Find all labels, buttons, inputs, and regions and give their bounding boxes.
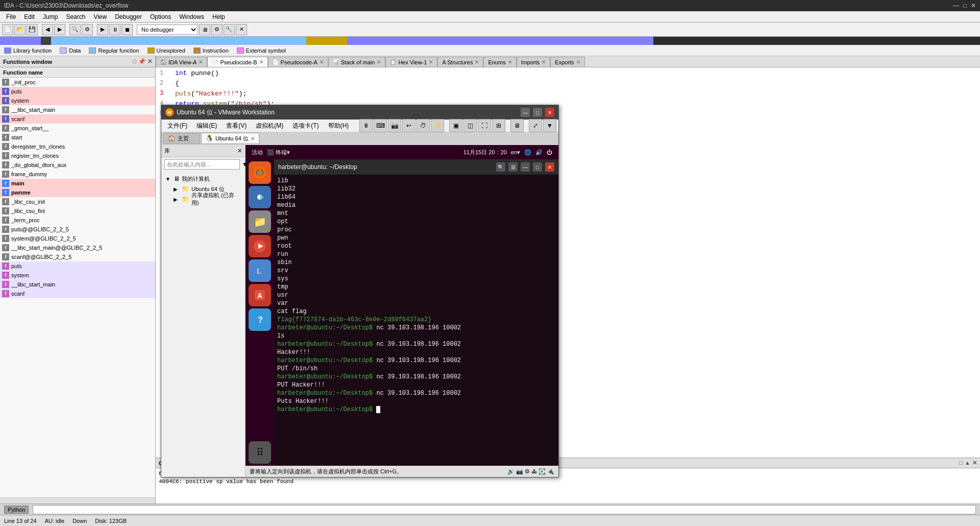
- func-item[interactable]: fsystem: [0, 271, 155, 280]
- func-item[interactable]: f_do_global_dtors_aux: [0, 160, 155, 170]
- menu-file[interactable]: File: [2, 12, 20, 21]
- vmw-tb-pause[interactable]: ⏸: [359, 119, 373, 132]
- tab-close[interactable]: ✕: [576, 59, 580, 65]
- terminal-minimize-btn[interactable]: —: [521, 162, 530, 172]
- tb3[interactable]: ▶: [97, 24, 108, 35]
- tab-exports[interactable]: Exports ✕: [550, 57, 584, 67]
- vmw-menu-help[interactable]: 帮助(H): [324, 121, 353, 131]
- ubuntu-network-icon[interactable]: 🌐: [524, 149, 531, 156]
- terminal-menu-btn[interactable]: ☰: [508, 162, 518, 172]
- open-btn[interactable]: 📂: [14, 24, 26, 35]
- vmw-tb-unity[interactable]: ◫: [463, 119, 477, 132]
- func-item[interactable]: f_gmon_start__: [0, 124, 155, 133]
- output-max-btn[interactable]: ▲: [965, 460, 970, 466]
- vmw-tb-fullscreen2[interactable]: ⤢: [529, 119, 542, 132]
- tab-close[interactable]: ✕: [377, 59, 381, 65]
- vmw-tb-console[interactable]: 🖥: [510, 119, 524, 132]
- func-item[interactable]: fscanf@@GLIBC_2_2_5: [0, 252, 155, 261]
- thunderbird-icon[interactable]: [249, 186, 271, 208]
- library-close[interactable]: ✕: [237, 148, 242, 154]
- terminal-content[interactable]: lib lib32 lib64 media mnt opt proc pwn r…: [274, 175, 558, 466]
- terminal-close-btn[interactable]: ✕: [545, 162, 554, 172]
- maximize-btn[interactable]: □: [963, 2, 967, 9]
- vmw-tb-fullscreen[interactable]: ⛶: [478, 119, 491, 132]
- vmw-tb-revert[interactable]: ↩: [402, 119, 415, 132]
- func-item[interactable]: f_term_proc: [0, 216, 155, 225]
- vmware-minimize-btn[interactable]: —: [521, 108, 530, 117]
- tb6[interactable]: 🖥: [199, 24, 210, 35]
- vmw-tb-power[interactable]: ⚡: [431, 119, 444, 132]
- lib-tree-shared[interactable]: ▶ 📁 共享虚拟机 (已弃用): [161, 194, 245, 204]
- appcenter-icon[interactable]: A: [249, 284, 271, 306]
- tb8[interactable]: 🔧: [224, 24, 235, 35]
- vmw-tab-ubuntu[interactable]: 🐧 Ubuntu 64 位 ✕: [201, 133, 259, 144]
- minimize-btn[interactable]: —: [953, 2, 959, 9]
- library-search-input[interactable]: [164, 159, 240, 170]
- func-item[interactable]: f__libc_start_main: [0, 280, 155, 289]
- tab-enums[interactable]: Enums ✕: [483, 57, 516, 67]
- vmw-ubuntu-close[interactable]: ✕: [251, 136, 255, 141]
- output-float-btn[interactable]: □: [959, 460, 963, 466]
- firefox-icon[interactable]: [249, 161, 271, 184]
- func-item[interactable]: fmain: [0, 179, 155, 188]
- tb5[interactable]: ⏹: [121, 24, 133, 35]
- tab-structures[interactable]: A Structures ✕: [437, 57, 483, 67]
- vmw-menu-view[interactable]: 查看(V): [222, 121, 251, 131]
- func-item[interactable]: f__libc_start_main: [0, 105, 155, 114]
- tb9[interactable]: ✕: [236, 24, 247, 35]
- debugger-dropdown[interactable]: No debugger: [137, 25, 198, 35]
- close-btn[interactable]: ✕: [971, 2, 976, 9]
- menu-debugger[interactable]: Debugger: [111, 12, 146, 21]
- func-item[interactable]: fderegister_tm_clones: [0, 142, 155, 151]
- panel-pin-btn[interactable]: 📌: [138, 58, 145, 65]
- func-item[interactable]: f_init_proc: [0, 78, 155, 87]
- ubuntu-terminal-menu[interactable]: ⬛ 终端▾: [267, 149, 290, 156]
- vmw-tb-send-ctrl[interactable]: ⌨: [374, 119, 387, 132]
- panel-close-btn[interactable]: ✕: [148, 58, 152, 65]
- forward-btn[interactable]: ▶: [54, 24, 65, 35]
- menu-options[interactable]: Options: [146, 12, 175, 21]
- tab-close[interactable]: ✕: [199, 59, 203, 65]
- tb1[interactable]: 🔍: [69, 24, 81, 35]
- menu-view[interactable]: View: [89, 12, 111, 21]
- func-item[interactable]: fscanf: [0, 114, 155, 124]
- func-item[interactable]: f_libc_csu_fini: [0, 206, 155, 216]
- tab-close[interactable]: ✕: [475, 59, 479, 65]
- new-btn[interactable]: 📄: [2, 24, 13, 35]
- terminal-search-btn[interactable]: 🔍: [496, 162, 505, 172]
- func-scrollbar-h[interactable]: [0, 497, 155, 504]
- ubuntu-lang[interactable]: en▾: [511, 149, 520, 156]
- func-item[interactable]: fframe_dummy: [0, 170, 155, 179]
- tab-ida-view-a[interactable]: 🏠 IDA View-A ✕: [156, 57, 207, 67]
- help-icon[interactable]: ?: [249, 308, 271, 331]
- terminal-maximize-btn[interactable]: □: [533, 162, 542, 172]
- vmware-maximize-btn[interactable]: □: [533, 108, 542, 117]
- func-item[interactable]: fregister_tm_clones: [0, 151, 155, 160]
- tab-close[interactable]: ✕: [429, 59, 433, 65]
- menu-jump[interactable]: Jump: [39, 12, 62, 21]
- vmw-tb-autofit[interactable]: ⊞: [492, 119, 505, 132]
- ubuntu-volume-icon[interactable]: 🔊: [535, 149, 543, 156]
- tab-close[interactable]: ✕: [542, 59, 546, 65]
- menu-help[interactable]: Help: [208, 12, 229, 21]
- tab-stack-main[interactable]: 📊 Stack of main ✕: [328, 57, 386, 67]
- menu-edit[interactable]: Edit: [20, 12, 39, 21]
- tab-hex-view[interactable]: 📋 Hex View-1 ✕: [385, 57, 437, 67]
- libreoffice-icon[interactable]: L: [249, 259, 271, 282]
- rhythmbox-icon[interactable]: [249, 235, 271, 257]
- vmw-tb-normal[interactable]: ▣: [449, 119, 462, 132]
- tb4[interactable]: ⏸: [109, 24, 120, 35]
- menu-search[interactable]: Search: [62, 12, 89, 21]
- func-item[interactable]: fstart: [0, 133, 155, 142]
- files-icon[interactable]: 📁: [249, 210, 271, 233]
- vmw-tb-suspend[interactable]: ⏱: [416, 119, 430, 132]
- func-item[interactable]: fscanf: [0, 289, 155, 298]
- tab-pseudocode-b[interactable]: 📄 Pseudocode-B ✕: [207, 57, 267, 67]
- lib-tree-root[interactable]: ▼ 🖥 我的计算机: [161, 174, 245, 184]
- tab-pseudocode-a[interactable]: 📄 Pseudocode-A ✕: [268, 57, 328, 67]
- output-close-btn[interactable]: ✕: [972, 460, 977, 466]
- vmw-tab-home[interactable]: 🏠 主页 ✕: [163, 133, 200, 144]
- ubuntu-power-icon[interactable]: ⏻: [547, 149, 552, 155]
- save-btn[interactable]: 💾: [27, 24, 38, 35]
- menu-windows[interactable]: Windows: [175, 12, 208, 21]
